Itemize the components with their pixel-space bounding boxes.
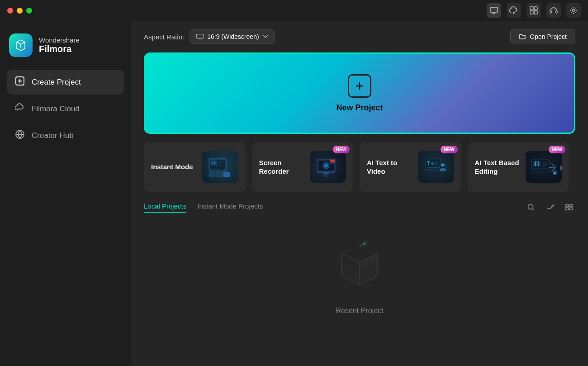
titlebar bbox=[0, 0, 588, 21]
traffic-lights bbox=[7, 8, 32, 14]
ai-text-video-image: T ext bbox=[418, 151, 454, 183]
minimize-button[interactable] bbox=[17, 8, 23, 14]
svg-text:↗: ↗ bbox=[554, 171, 556, 175]
tab-instant-mode-projects[interactable]: Instant Mode Projects bbox=[197, 202, 263, 213]
instant-mode-image bbox=[202, 151, 238, 183]
aspect-ratio-value: 16:9 (Widescreen) bbox=[207, 33, 259, 40]
settings-icon[interactable] bbox=[566, 3, 581, 18]
empty-projects-label: Recent Project bbox=[336, 307, 384, 315]
folder-icon bbox=[519, 33, 526, 40]
svg-rect-29 bbox=[324, 174, 328, 176]
ai-text-editing-badge: NEW bbox=[549, 146, 565, 153]
svg-rect-19 bbox=[216, 172, 223, 177]
sidebar-item-label-creator-hub: Creator Hub bbox=[32, 131, 74, 140]
new-project-label: New Project bbox=[336, 103, 383, 113]
view-toggle-button[interactable] bbox=[563, 201, 575, 214]
topbar: Aspect Ratio: 16:9 (Widescreen) Open P bbox=[131, 21, 588, 52]
ai-text-video-badge: NEW bbox=[441, 146, 457, 153]
sidebar-item-label-create-project: Create Project bbox=[32, 78, 81, 87]
svg-point-47 bbox=[366, 241, 367, 242]
product-name: Filmora bbox=[39, 44, 80, 54]
sidebar-nav: Create Project Filmora Cloud Creator bbox=[7, 70, 124, 148]
svg-text:T: T bbox=[427, 161, 430, 166]
sidebar-item-label-filmora-cloud: Filmora Cloud bbox=[32, 105, 80, 114]
aspect-ratio-select[interactable]: 16:9 (Widescreen) bbox=[190, 29, 275, 44]
svg-point-46 bbox=[360, 245, 361, 247]
grid-icon[interactable] bbox=[526, 3, 541, 18]
svg-rect-43 bbox=[569, 204, 573, 207]
ai-text-editing-label: AI Text Based Editing bbox=[475, 158, 525, 176]
svg-point-48 bbox=[357, 242, 358, 242]
svg-rect-4 bbox=[534, 11, 537, 14]
empty-projects-state: Recent Project bbox=[131, 214, 588, 366]
svg-rect-0 bbox=[490, 7, 498, 12]
logo-icon bbox=[9, 33, 33, 57]
content-area: Aspect Ratio: 16:9 (Widescreen) Open P bbox=[131, 21, 588, 366]
svg-rect-18 bbox=[209, 172, 215, 177]
screen-recorder-label: Screen Recorder bbox=[259, 158, 309, 176]
svg-point-27 bbox=[331, 160, 334, 162]
globe-icon bbox=[14, 129, 25, 142]
new-project-banner[interactable]: New Project bbox=[144, 52, 575, 134]
aspect-ratio-group: Aspect Ratio: 16:9 (Widescreen) bbox=[144, 29, 275, 44]
svg-text:[]: [] bbox=[534, 161, 540, 166]
tabs-left: Local Projects Instant Mode Projects bbox=[144, 202, 263, 213]
sidebar: Wondershare Filmora Create Project bbox=[0, 21, 131, 366]
open-project-button[interactable]: Open Project bbox=[510, 29, 575, 44]
svg-rect-13 bbox=[211, 161, 217, 165]
svg-rect-14 bbox=[218, 161, 224, 162]
projects-tabs: Local Projects Instant Mode Projects bbox=[144, 201, 575, 214]
svg-rect-20 bbox=[223, 172, 230, 177]
feature-card-screen-recorder[interactable]: NEW Screen Recorder bbox=[252, 142, 354, 192]
feature-card-ai-text-editing[interactable]: NEW AI Text Based Editing [] ↗ bbox=[468, 142, 569, 192]
svg-rect-15 bbox=[218, 163, 222, 165]
svg-point-7 bbox=[573, 10, 575, 12]
svg-rect-16 bbox=[211, 166, 224, 167]
empty-box-icon bbox=[332, 238, 387, 298]
monitor-icon bbox=[196, 34, 204, 39]
svg-point-41 bbox=[528, 204, 533, 209]
fullscreen-button[interactable] bbox=[26, 8, 32, 14]
main-layout: Wondershare Filmora Create Project bbox=[0, 21, 588, 366]
svg-rect-42 bbox=[565, 204, 569, 207]
close-button[interactable] bbox=[7, 8, 13, 14]
sidebar-item-filmora-cloud[interactable]: Filmora Cloud bbox=[7, 96, 124, 121]
refresh-projects-button[interactable] bbox=[544, 201, 556, 214]
tab-local-projects[interactable]: Local Projects bbox=[144, 202, 186, 213]
svg-rect-6 bbox=[556, 11, 557, 13]
sidebar-item-create-project[interactable]: Create Project bbox=[7, 70, 124, 95]
svg-rect-1 bbox=[530, 7, 533, 10]
brand-name: Wondershare bbox=[39, 36, 80, 44]
svg-text:ext: ext bbox=[431, 162, 438, 166]
app-logo: Wondershare Filmora bbox=[7, 30, 124, 70]
screen-recorder-badge: NEW bbox=[333, 146, 350, 153]
aspect-ratio-label: Aspect Ratio: bbox=[144, 33, 184, 41]
svg-rect-44 bbox=[565, 208, 569, 210]
logo-text: Wondershare Filmora bbox=[39, 36, 80, 54]
svg-point-35 bbox=[441, 163, 445, 166]
tabs-right bbox=[525, 201, 575, 214]
ai-text-editing-image: [] ↗ bbox=[526, 151, 562, 183]
cloud-icon bbox=[14, 103, 25, 115]
svg-rect-5 bbox=[550, 11, 551, 13]
open-project-label: Open Project bbox=[530, 33, 567, 40]
svg-rect-10 bbox=[197, 34, 204, 38]
svg-point-25 bbox=[326, 165, 327, 166]
chevron-down-icon bbox=[263, 35, 268, 38]
titlebar-icon-group bbox=[487, 3, 581, 18]
new-project-icon bbox=[348, 74, 371, 98]
ai-text-video-label: AI Text to Video bbox=[367, 158, 417, 176]
feature-card-ai-text-video[interactable]: NEW AI Text to Video T ext bbox=[360, 142, 461, 192]
screen-icon[interactable] bbox=[487, 3, 501, 18]
sidebar-item-creator-hub[interactable]: Creator Hub bbox=[7, 123, 124, 148]
cloud-upload-icon[interactable] bbox=[507, 3, 521, 18]
search-projects-button[interactable] bbox=[525, 201, 537, 214]
instant-mode-label: Instant Mode bbox=[151, 162, 193, 171]
cards-scroll-right[interactable]: › bbox=[560, 162, 563, 172]
plus-square-icon bbox=[14, 76, 25, 88]
screen-recorder-image bbox=[310, 151, 346, 183]
feature-card-instant-mode[interactable]: Instant Mode bbox=[144, 142, 246, 192]
headphone-icon[interactable] bbox=[546, 3, 561, 18]
svg-rect-17 bbox=[211, 168, 220, 169]
svg-rect-2 bbox=[534, 7, 537, 10]
